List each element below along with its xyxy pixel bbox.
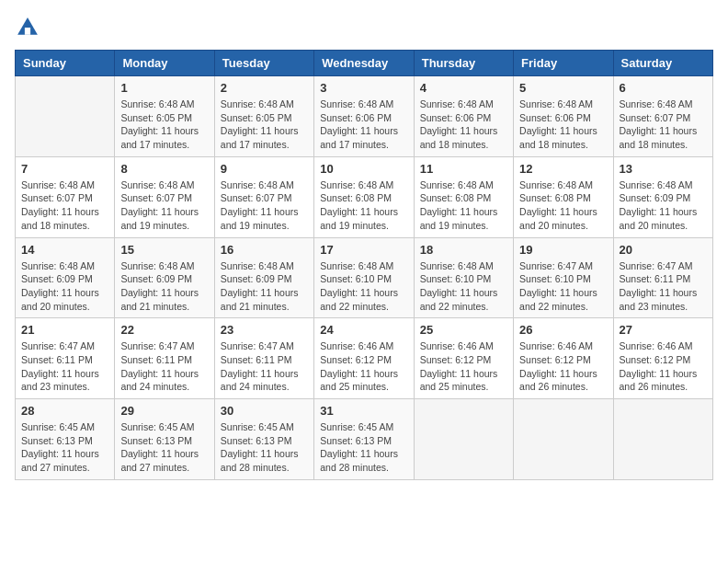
day-number: 17 [320, 243, 407, 257]
calendar-table: SundayMondayTuesdayWednesdayThursdayFrid… [15, 50, 713, 480]
day-number: 20 [620, 243, 707, 257]
day-info: Sunrise: 6:46 AMSunset: 6:12 PMDaylight:… [320, 339, 407, 394]
calendar-cell: 27Sunrise: 6:46 AMSunset: 6:12 PMDayligh… [613, 318, 712, 399]
calendar-week-row: 21Sunrise: 6:47 AMSunset: 6:11 PMDayligh… [16, 318, 713, 399]
calendar-cell: 29Sunrise: 6:45 AMSunset: 6:13 PMDayligh… [115, 399, 214, 480]
calendar-cell: 20Sunrise: 6:47 AMSunset: 6:11 PMDayligh… [613, 237, 712, 318]
calendar-cell: 17Sunrise: 6:48 AMSunset: 6:10 PMDayligh… [314, 237, 414, 318]
weekday-header-row: SundayMondayTuesdayWednesdayThursdayFrid… [16, 51, 713, 76]
day-number: 4 [420, 81, 507, 95]
day-info: Sunrise: 6:47 AMSunset: 6:11 PMDaylight:… [120, 339, 208, 394]
calendar-cell: 21Sunrise: 6:47 AMSunset: 6:11 PMDayligh… [16, 318, 115, 399]
weekday-header-tuesday: Tuesday [214, 51, 313, 76]
day-info: Sunrise: 6:46 AMSunset: 6:12 PMDaylight:… [420, 339, 507, 394]
day-info: Sunrise: 6:48 AMSunset: 6:09 PMDaylight:… [21, 259, 108, 314]
day-number: 1 [120, 81, 208, 95]
calendar-cell: 25Sunrise: 6:46 AMSunset: 6:12 PMDayligh… [414, 318, 513, 399]
day-number: 15 [120, 243, 208, 257]
calendar-cell: 16Sunrise: 6:48 AMSunset: 6:09 PMDayligh… [214, 237, 313, 318]
day-number: 16 [221, 243, 308, 257]
day-number: 2 [221, 81, 308, 95]
day-number: 22 [120, 323, 208, 337]
day-info: Sunrise: 6:48 AMSunset: 6:09 PMDaylight:… [221, 259, 308, 314]
calendar-cell: 4Sunrise: 6:48 AMSunset: 6:06 PMDaylight… [414, 76, 513, 157]
calendar-cell: 1Sunrise: 6:48 AMSunset: 6:05 PMDaylight… [115, 76, 214, 157]
day-info: Sunrise: 6:48 AMSunset: 6:10 PMDaylight:… [320, 259, 407, 314]
weekday-header-saturday: Saturday [613, 51, 712, 76]
logo [15, 15, 44, 40]
day-info: Sunrise: 6:48 AMSunset: 6:09 PMDaylight:… [120, 259, 208, 314]
day-number: 6 [620, 81, 707, 95]
calendar-cell: 12Sunrise: 6:48 AMSunset: 6:08 PMDayligh… [514, 156, 613, 237]
day-info: Sunrise: 6:48 AMSunset: 6:08 PMDaylight:… [320, 178, 407, 233]
day-number: 23 [221, 323, 308, 337]
svg-rect-1 [25, 28, 30, 35]
weekday-header-monday: Monday [115, 51, 214, 76]
day-number: 3 [320, 81, 407, 95]
calendar-cell: 3Sunrise: 6:48 AMSunset: 6:06 PMDaylight… [314, 76, 414, 157]
day-info: Sunrise: 6:46 AMSunset: 6:12 PMDaylight:… [519, 339, 607, 394]
day-info: Sunrise: 6:45 AMSunset: 6:13 PMDaylight:… [120, 420, 208, 475]
day-info: Sunrise: 6:48 AMSunset: 6:06 PMDaylight:… [420, 98, 507, 152]
calendar-cell: 18Sunrise: 6:48 AMSunset: 6:10 PMDayligh… [414, 237, 513, 318]
calendar-cell: 22Sunrise: 6:47 AMSunset: 6:11 PMDayligh… [115, 318, 214, 399]
calendar-cell: 2Sunrise: 6:48 AMSunset: 6:05 PMDaylight… [214, 76, 313, 157]
calendar-cell: 5Sunrise: 6:48 AMSunset: 6:06 PMDaylight… [514, 76, 613, 157]
day-number: 27 [620, 323, 707, 337]
day-info: Sunrise: 6:48 AMSunset: 6:09 PMDaylight:… [620, 178, 707, 233]
calendar-cell: 15Sunrise: 6:48 AMSunset: 6:09 PMDayligh… [115, 237, 214, 318]
day-number: 13 [620, 162, 707, 176]
day-number: 18 [420, 243, 507, 257]
day-info: Sunrise: 6:47 AMSunset: 6:11 PMDaylight:… [221, 339, 308, 394]
day-number: 5 [519, 81, 607, 95]
calendar-cell: 28Sunrise: 6:45 AMSunset: 6:13 PMDayligh… [16, 399, 115, 480]
calendar-cell: 9Sunrise: 6:48 AMSunset: 6:07 PMDaylight… [214, 156, 313, 237]
day-info: Sunrise: 6:48 AMSunset: 6:08 PMDaylight:… [519, 178, 607, 233]
calendar-cell: 30Sunrise: 6:45 AMSunset: 6:13 PMDayligh… [214, 399, 313, 480]
day-number: 31 [320, 404, 407, 418]
day-info: Sunrise: 6:47 AMSunset: 6:11 PMDaylight:… [620, 259, 707, 314]
day-info: Sunrise: 6:48 AMSunset: 6:07 PMDaylight:… [221, 178, 308, 233]
day-number: 21 [21, 323, 108, 337]
day-number: 26 [519, 323, 607, 337]
day-number: 9 [221, 162, 308, 176]
calendar-cell: 8Sunrise: 6:48 AMSunset: 6:07 PMDaylight… [115, 156, 214, 237]
day-info: Sunrise: 6:48 AMSunset: 6:08 PMDaylight:… [420, 178, 507, 233]
calendar-cell [613, 399, 712, 480]
weekday-header-wednesday: Wednesday [314, 51, 414, 76]
day-info: Sunrise: 6:48 AMSunset: 6:05 PMDaylight:… [221, 98, 308, 152]
day-info: Sunrise: 6:48 AMSunset: 6:07 PMDaylight:… [120, 178, 208, 233]
weekday-header-friday: Friday [514, 51, 613, 76]
day-info: Sunrise: 6:45 AMSunset: 6:13 PMDaylight:… [320, 420, 407, 475]
page-header [15, 15, 713, 40]
day-info: Sunrise: 6:47 AMSunset: 6:11 PMDaylight:… [21, 339, 108, 394]
calendar-cell: 31Sunrise: 6:45 AMSunset: 6:13 PMDayligh… [314, 399, 414, 480]
day-number: 10 [320, 162, 407, 176]
calendar-cell: 6Sunrise: 6:48 AMSunset: 6:07 PMDaylight… [613, 76, 712, 157]
calendar-cell: 7Sunrise: 6:48 AMSunset: 6:07 PMDaylight… [16, 156, 115, 237]
logo-icon [15, 15, 40, 40]
calendar-week-row: 7Sunrise: 6:48 AMSunset: 6:07 PMDaylight… [16, 156, 713, 237]
day-info: Sunrise: 6:48 AMSunset: 6:07 PMDaylight:… [21, 178, 108, 233]
calendar-cell: 11Sunrise: 6:48 AMSunset: 6:08 PMDayligh… [414, 156, 513, 237]
day-info: Sunrise: 6:48 AMSunset: 6:10 PMDaylight:… [420, 259, 507, 314]
day-number: 28 [21, 404, 108, 418]
calendar-cell: 23Sunrise: 6:47 AMSunset: 6:11 PMDayligh… [214, 318, 313, 399]
day-info: Sunrise: 6:48 AMSunset: 6:07 PMDaylight:… [620, 98, 707, 152]
calendar-cell [414, 399, 513, 480]
calendar-week-row: 14Sunrise: 6:48 AMSunset: 6:09 PMDayligh… [16, 237, 713, 318]
calendar-cell [16, 76, 115, 157]
day-info: Sunrise: 6:47 AMSunset: 6:10 PMDaylight:… [519, 259, 607, 314]
day-number: 11 [420, 162, 507, 176]
day-number: 7 [21, 162, 108, 176]
calendar-cell: 10Sunrise: 6:48 AMSunset: 6:08 PMDayligh… [314, 156, 414, 237]
calendar-cell: 14Sunrise: 6:48 AMSunset: 6:09 PMDayligh… [16, 237, 115, 318]
calendar-cell [514, 399, 613, 480]
day-number: 29 [120, 404, 208, 418]
day-info: Sunrise: 6:48 AMSunset: 6:06 PMDaylight:… [519, 98, 607, 152]
calendar-cell: 13Sunrise: 6:48 AMSunset: 6:09 PMDayligh… [613, 156, 712, 237]
day-number: 8 [120, 162, 208, 176]
day-info: Sunrise: 6:48 AMSunset: 6:06 PMDaylight:… [320, 98, 407, 152]
calendar-week-row: 1Sunrise: 6:48 AMSunset: 6:05 PMDaylight… [16, 76, 713, 157]
calendar-cell: 26Sunrise: 6:46 AMSunset: 6:12 PMDayligh… [514, 318, 613, 399]
